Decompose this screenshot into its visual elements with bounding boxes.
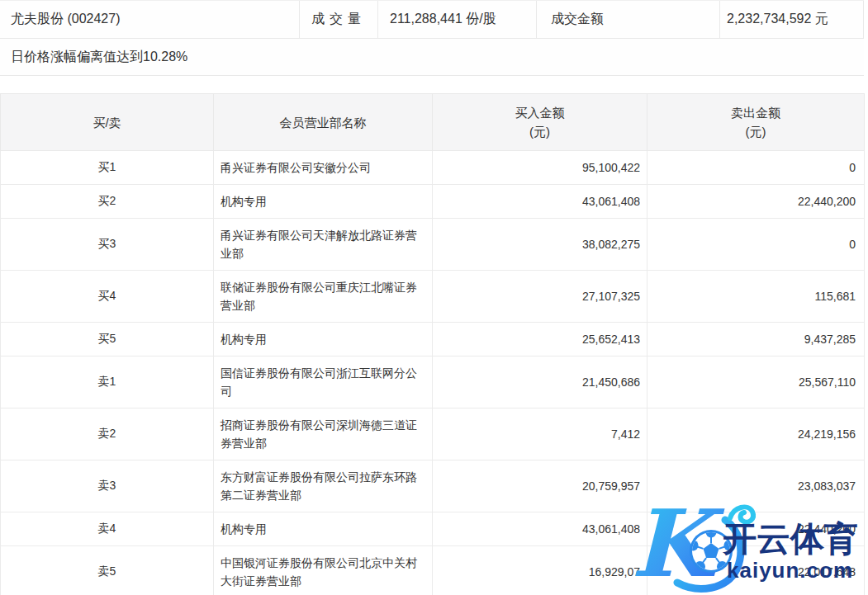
sell-amount-cell: 24,219,156 — [647, 408, 865, 460]
table-row: 买5 机构专用 25,652,413 9,437,285 — [1, 323, 865, 357]
col-header-sell-unit: (元) — [647, 122, 864, 141]
notice-bar: 日价格涨幅偏离值达到10.28% — [0, 39, 864, 76]
sell-amount-cell: 22,017,648 — [647, 546, 865, 595]
table-row: 卖5 中国银河证券股份有限公司北京中关村大街证券营业部 16,929,07 22… — [1, 546, 865, 595]
col-header-sell-amount: 卖出金额 (元) — [647, 94, 865, 151]
branch-name-cell: 联储证券股份有限公司重庆江北嘴证券营业部 — [214, 271, 433, 323]
table-row: 卖1 国信证券股份有限公司浙江互联网分公司 21,450,686 25,567,… — [1, 357, 865, 408]
buy-amount-cell: 38,082,275 — [433, 219, 647, 271]
table-row: 卖4 机构专用 43,061,408 22,440,200 — [1, 512, 865, 546]
sell-amount-cell: 0 — [647, 219, 865, 271]
col-header-side: 买/卖 — [1, 94, 214, 151]
branch-name-cell: 机构专用 — [214, 185, 433, 219]
side-cell: 买2 — [1, 185, 214, 219]
col-header-buy-unit: (元) — [433, 122, 647, 141]
side-cell: 买5 — [1, 323, 214, 357]
sell-amount-cell: 25,567,110 — [647, 357, 865, 408]
sell-amount-cell: 115,681 — [647, 271, 865, 323]
side-cell: 卖3 — [1, 460, 214, 512]
side-cell: 卖5 — [1, 546, 214, 595]
col-header-buy-amount: 买入金额 (元) — [433, 94, 647, 151]
table-row: 买4 联储证券股份有限公司重庆江北嘴证券营业部 27,107,325 115,6… — [1, 271, 865, 323]
table-row: 卖3 东方财富证券股份有限公司拉萨东环路第二证券营业部 20,759,957 2… — [1, 460, 865, 512]
buy-amount-cell: 43,061,408 — [433, 185, 647, 219]
side-cell: 卖1 — [1, 357, 214, 408]
price-deviation-notice: 日价格涨幅偏离值达到10.28% — [11, 49, 187, 66]
buy-amount-cell: 95,100,422 — [433, 151, 647, 185]
sell-amount-cell: 22,440,200 — [647, 512, 865, 546]
branch-name-cell: 机构专用 — [214, 323, 433, 357]
volume-label: 成交量 — [300, 1, 378, 38]
buy-amount-cell: 43,061,408 — [433, 512, 647, 546]
stock-title: 尤夫股份 (002427) — [0, 1, 300, 38]
buy-amount-cell: 25,652,413 — [433, 323, 647, 357]
side-cell: 卖2 — [1, 408, 214, 460]
turnover-value: 2,232,734,592 元 — [720, 1, 864, 38]
buy-amount-cell: 21,450,686 — [433, 357, 647, 408]
branch-name-cell: 机构专用 — [214, 512, 433, 546]
table-row: 买1 甬兴证券有限公司安徽分公司 95,100,422 0 — [1, 151, 865, 185]
side-cell: 买3 — [1, 219, 214, 271]
broker-seats-table: 买/卖 会员营业部名称 买入金额 (元) 卖出金额 (元) 买1 甬兴证券有限公… — [0, 93, 865, 595]
col-header-sell-label: 卖出金额 — [647, 103, 864, 122]
buy-amount-cell: 27,107,325 — [433, 271, 647, 323]
branch-name-cell: 中国银河证券股份有限公司北京中关村大街证券营业部 — [214, 546, 433, 595]
turnover-label: 成交金额 — [537, 1, 720, 38]
branch-name-cell: 东方财富证券股份有限公司拉萨东环路第二证券营业部 — [214, 460, 433, 512]
branch-name-cell: 甬兴证券有限公司安徽分公司 — [214, 151, 433, 185]
col-header-branch-name: 会员营业部名称 — [214, 94, 433, 151]
sell-amount-cell: 23,083,037 — [647, 460, 865, 512]
volume-value: 211,288,441 份/股 — [378, 1, 537, 38]
branch-name-cell: 甬兴证券有限公司天津解放北路证券营业部 — [214, 219, 433, 271]
spacer — [0, 76, 868, 93]
col-header-buy-label: 买入金额 — [433, 103, 647, 122]
sell-amount-cell: 9,437,285 — [647, 323, 865, 357]
table-row: 买3 甬兴证券有限公司天津解放北路证券营业部 38,082,275 0 — [1, 219, 865, 271]
side-cell: 买1 — [1, 151, 214, 185]
branch-name-cell: 国信证券股份有限公司浙江互联网分公司 — [214, 357, 433, 408]
table-header-row: 买/卖 会员营业部名称 买入金额 (元) 卖出金额 (元) — [1, 94, 865, 151]
table-row: 买2 机构专用 43,061,408 22,440,200 — [1, 185, 865, 219]
sell-amount-cell: 0 — [647, 151, 865, 185]
table-row: 卖2 招商证券股份有限公司深圳海德三道证券营业部 7,412 24,219,15… — [1, 408, 865, 460]
branch-name-cell: 招商证券股份有限公司深圳海德三道证券营业部 — [214, 408, 433, 460]
sell-amount-cell: 22,440,200 — [647, 185, 865, 219]
buy-amount-cell: 7,412 — [433, 408, 647, 460]
buy-amount-cell: 20,759,957 — [433, 460, 647, 512]
summary-bar: 尤夫股份 (002427) 成交量 211,288,441 份/股 成交金额 2… — [0, 0, 864, 39]
side-cell: 买4 — [1, 271, 214, 323]
buy-amount-cell: 16,929,07 — [433, 546, 647, 595]
side-cell: 卖4 — [1, 512, 214, 546]
